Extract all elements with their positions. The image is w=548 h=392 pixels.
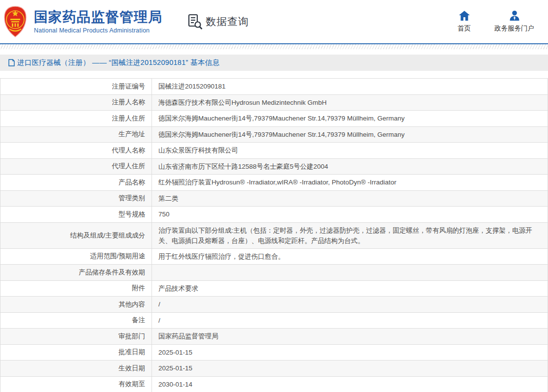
row-label: 注册人名称 — [0, 95, 152, 111]
row-label: 审批部门 — [0, 329, 152, 344]
table-row: 备注 / — [0, 313, 548, 329]
table-row: 代理人住所 山东省济南市历下区经十路12588号名士豪庭5号公建2004 — [0, 159, 548, 175]
spacer — [0, 71, 548, 78]
row-label: 批准日期 — [0, 345, 152, 361]
table-row: 产品名称 红外辐照治疗装置Hydrosun® -Irradiator,wIRA®… — [0, 175, 548, 191]
breadcrumb: 进口医疗器械（注册） —— “国械注进20152090181” 基本信息 — [0, 55, 548, 71]
agency-name-zh: 国家药品监督管理局 — [34, 9, 162, 25]
spacer — [0, 49, 548, 55]
row-label: 有效期至 — [0, 377, 152, 392]
row-label: 适用范围/预期用途 — [0, 249, 152, 265]
table-row: 产品储存条件及有效期 — [0, 265, 548, 281]
row-value: 红外辐照治疗装置Hydrosun® -Irradiator,wIRA® -Irr… — [152, 175, 548, 190]
row-label: 管理类别 — [0, 191, 152, 207]
nav-gov-portal-label: 政务服务门户 — [494, 24, 534, 33]
row-label: 附件 — [0, 281, 152, 297]
table-row: 生效日期 2025-01-15 — [0, 361, 548, 377]
row-value — [152, 265, 548, 280]
row-value: 第二类 — [152, 191, 548, 207]
table-row: 生产地址 德国米尔海姆Mauchener街14号,79379Mauchener … — [0, 127, 548, 143]
table-row: 管理类别 第二类 — [0, 191, 548, 207]
row-label: 生效日期 — [0, 361, 152, 376]
row-label: 备注 — [0, 313, 152, 329]
table-row: 注册证编号 国械注进20152090181 — [0, 79, 548, 95]
row-value: 德国米尔海姆Mauchener街14号,79379Mauchener Str.1… — [152, 127, 548, 143]
row-label: 代理人住所 — [0, 159, 152, 175]
row-label: 产品名称 — [0, 175, 152, 190]
row-value: 产品技术要求 — [152, 281, 548, 297]
agency-name-en: National Medical Products Administration — [34, 27, 162, 34]
table-row: 有效期至 2030-01-14 — [0, 377, 548, 392]
agency-title-block: 国家药品监督管理局 National Medical Products Admi… — [34, 9, 162, 33]
table-row: 注册人名称 海德森医疗技术有限公司Hydrosun Medizintechnik… — [0, 95, 548, 111]
breadcrumb-text: 进口医疗器械（注册） —— “国械注进20152090181” 基本信息 — [17, 58, 219, 67]
agency-logo-link[interactable]: 国家药品监督管理局 National Medical Products Admi… — [3, 6, 162, 37]
info-table: 注册证编号 国械注进20152090181 注册人名称 海德森医疗技术有限公司H… — [0, 78, 548, 392]
data-query-icon — [188, 14, 203, 30]
row-value: / — [152, 297, 548, 312]
row-value: 国械注进20152090181 — [152, 79, 548, 94]
table-row: 审批部门 国家药品监督管理局 — [0, 329, 548, 345]
row-label: 注册证编号 — [0, 79, 152, 94]
row-label: 其他内容 — [0, 297, 152, 312]
data-query-link[interactable]: 数据查询 — [188, 14, 249, 30]
row-label: 型号规格 — [0, 207, 152, 222]
row-value: 海德森医疗技术有限公司Hydrosun Medizintechnik GmbH — [152, 95, 548, 111]
row-value: 2025-01-15 — [152, 361, 548, 376]
row-value: 山东省济南市历下区经十路12588号名士豪庭5号公建2004 — [152, 159, 548, 175]
row-label: 产品储存条件及有效期 — [0, 265, 152, 280]
hatch-band — [0, 44, 548, 49]
row-value: 2025-01-15 — [152, 345, 548, 361]
row-label: 结构及组成/主要组成成分 — [0, 223, 152, 248]
row-value: 2030-01-14 — [152, 377, 548, 392]
document-icon — [8, 59, 15, 66]
table-row: 其他内容 / — [0, 297, 548, 313]
nav-home-label: 首页 — [457, 24, 471, 33]
row-value: 治疗装置由以下部分组成:主机（包括：定时器，外壳，过滤器防护壳，过滤器，固定螺丝… — [152, 223, 548, 248]
row-value: 山东众景医疗科技有限公司 — [152, 143, 548, 158]
row-value: 国家药品监督管理局 — [152, 329, 548, 344]
user-icon — [509, 10, 520, 21]
national-emblem-icon — [3, 6, 27, 37]
table-row: 结构及组成/主要组成成分 治疗装置由以下部分组成:主机（包括：定时器，外壳，过滤… — [0, 223, 548, 249]
table-row: 型号规格 750 — [0, 207, 548, 223]
table-row: 适用范围/预期用途 用于红外线医疗辐照治疗，促进伤口愈合。 — [0, 249, 548, 265]
data-query-label: 数据查询 — [206, 15, 249, 29]
row-value: 750 — [152, 207, 548, 222]
row-value: 用于红外线医疗辐照治疗，促进伤口愈合。 — [152, 249, 548, 265]
row-value: / — [152, 313, 548, 329]
row-label: 代理人名称 — [0, 143, 152, 158]
table-row: 批准日期 2025-01-15 — [0, 345, 548, 361]
nav-gov-portal[interactable]: 政务服务门户 — [494, 10, 534, 33]
row-label: 注册人住所 — [0, 111, 152, 126]
row-label: 生产地址 — [0, 127, 152, 143]
row-value: 德国米尔海姆Mauchener街14号,79379Mauchener Str.1… — [152, 111, 548, 126]
site-header: 国家药品监督管理局 National Medical Products Admi… — [0, 0, 548, 43]
top-nav: 首页 政务服务门户 — [457, 10, 534, 33]
table-row: 附件 产品技术要求 — [0, 281, 548, 297]
table-row: 代理人名称 山东众景医疗科技有限公司 — [0, 143, 548, 159]
table-row: 注册人住所 德国米尔海姆Mauchener街14号,79379Mauchener… — [0, 111, 548, 127]
home-icon — [458, 10, 470, 21]
nav-home[interactable]: 首页 — [457, 10, 471, 33]
